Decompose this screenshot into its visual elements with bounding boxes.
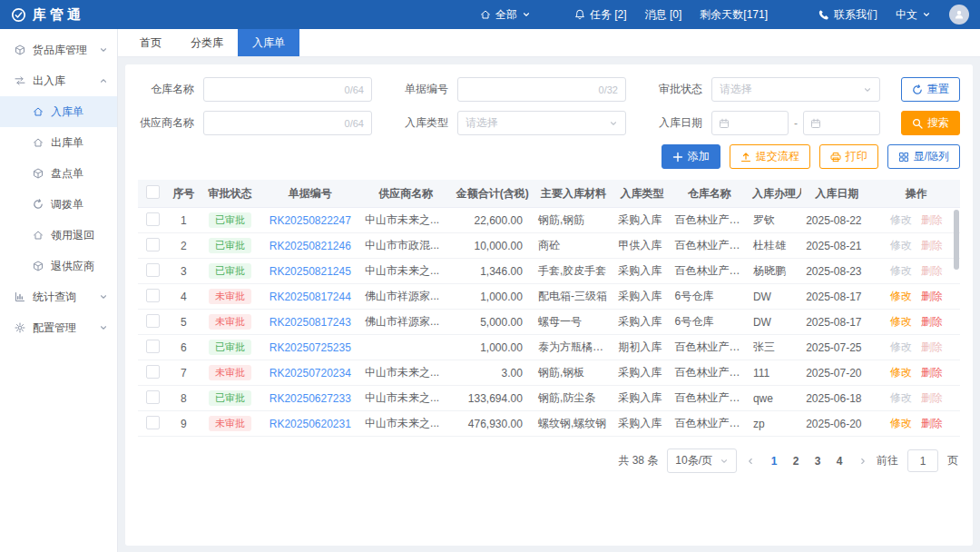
col-header-select — [138, 180, 167, 208]
page-number-4[interactable]: 4 — [829, 455, 849, 468]
cell-doc-number: RK20250720234 — [260, 360, 360, 386]
edit-button[interactable]: 修改 — [890, 417, 912, 429]
page-number-3[interactable]: 3 — [808, 455, 828, 468]
sidebar-item-stocktake-order[interactable]: 盘点单 — [0, 158, 117, 189]
sidebar-item-outbound-order[interactable]: 出库单 — [0, 127, 117, 158]
doc-number-link[interactable]: RK20250620231 — [270, 418, 351, 430]
table-wrap: 序号 审批状态 单据编号 供应商名称 金额合计(含税) 主要入库材料 入库类型 … — [138, 180, 960, 437]
sidebar-item-return-supplier[interactable]: 退供应商 — [0, 251, 117, 281]
delete-button[interactable]: 删除 — [921, 264, 943, 277]
edit-button[interactable]: 修改 — [890, 340, 912, 353]
goto-label: 前往 — [877, 453, 898, 468]
edit-button[interactable]: 修改 — [890, 290, 912, 302]
doc-number-link[interactable]: RK20250817243 — [270, 316, 351, 329]
page-number-2[interactable]: 2 — [786, 455, 806, 468]
print-button[interactable]: 打印 — [819, 144, 878, 169]
delete-button[interactable]: 删除 — [921, 340, 943, 353]
delete-button[interactable]: 删除 — [921, 315, 943, 328]
prev-page-button[interactable] — [746, 457, 755, 466]
inbound-type-select[interactable]: 请选择 — [457, 111, 626, 135]
approval-status-select[interactable]: 请选择 — [711, 77, 880, 102]
doc-number-link[interactable]: RK20250822247 — [270, 214, 351, 227]
doc-number-input[interactable] — [466, 83, 593, 97]
edit-button[interactable]: 修改 — [890, 391, 912, 404]
stocktake-order-icon — [33, 168, 44, 179]
cell-date: 2025-08-21 — [801, 233, 872, 259]
submit-flow-button[interactable]: 提交流程 — [730, 144, 810, 169]
app-logo: 库管通 — [11, 6, 84, 24]
tab-category-library[interactable]: 分类库 — [176, 29, 238, 56]
gear-icon — [15, 322, 25, 333]
delete-button[interactable]: 删除 — [921, 290, 943, 302]
doc-number-link[interactable]: RK20250817244 — [270, 291, 351, 303]
sidebar-item-transfer-order[interactable]: 调拨单 — [0, 189, 117, 220]
start-date-input[interactable] — [711, 111, 789, 135]
scope-selector[interactable]: 全部 — [480, 7, 531, 23]
sidebar-item-goods-library[interactable]: 货品库管理 — [0, 34, 117, 65]
contact-us-link[interactable]: 联系我们 — [818, 7, 877, 23]
doc-number-link[interactable]: RK20250725235 — [270, 341, 351, 354]
table-row: 8已审批RK20250627233中山市未来之...133,694.00钢筋,防… — [138, 386, 960, 411]
doc-number-link[interactable]: RK20250627233 — [270, 392, 351, 405]
delete-button[interactable]: 删除 — [921, 391, 943, 404]
doc-number-link[interactable]: RK20250821245 — [270, 265, 351, 278]
cell-operations: 修改删除 — [873, 233, 961, 259]
language-selector[interactable]: 中文 — [896, 7, 931, 23]
row-checkbox[interactable] — [146, 212, 160, 226]
select-all-checkbox[interactable] — [146, 185, 160, 199]
inbound-date-label: 入库日期 — [646, 115, 711, 131]
edit-button[interactable]: 修改 — [890, 315, 912, 328]
messages-link[interactable]: 消息 [0] — [645, 7, 682, 23]
row-checkbox[interactable] — [146, 365, 160, 379]
sidebar-item-label: 调拨单 — [51, 197, 83, 212]
reset-button[interactable]: 重置 — [901, 77, 960, 102]
col-header-material: 主要入库材料 — [534, 180, 613, 208]
row-checkbox[interactable] — [146, 289, 160, 302]
tab-inbound-order[interactable]: 入库单 — [238, 29, 299, 56]
supplier-name-input[interactable] — [211, 116, 339, 131]
edit-button[interactable]: 修改 — [890, 366, 912, 379]
supplier-name-field: 0/64 — [203, 111, 372, 135]
search-button[interactable]: 搜索 — [901, 111, 960, 135]
edit-button[interactable]: 修改 — [890, 239, 912, 251]
table-scrollbar[interactable] — [954, 210, 959, 270]
next-page-button[interactable] — [858, 457, 867, 466]
sidebar-item-requisition-return[interactable]: 领用退回 — [0, 220, 117, 251]
add-button[interactable]: 添加 — [662, 144, 720, 169]
edit-button[interactable]: 修改 — [890, 213, 912, 226]
cell-handler: 杜桂雄 — [749, 233, 801, 259]
tasks-link[interactable]: 任务 [2] — [574, 7, 627, 23]
page-number-1[interactable]: 1 — [764, 455, 784, 468]
sidebar-item-inbound-order[interactable]: 入库单 — [0, 96, 117, 127]
end-date-input[interactable] — [803, 111, 880, 135]
doc-number-link[interactable]: RK20250720234 — [270, 367, 351, 380]
goto-page-input[interactable] — [907, 449, 938, 472]
chevron-down-icon — [863, 85, 872, 94]
row-checkbox[interactable] — [146, 390, 160, 404]
sidebar-item-config-management[interactable]: 配置管理 — [0, 312, 117, 343]
delete-button[interactable]: 删除 — [921, 213, 943, 226]
delete-button[interactable]: 删除 — [921, 366, 943, 379]
delete-button[interactable]: 删除 — [921, 417, 943, 429]
doc-number-link[interactable]: RK20250821246 — [270, 240, 351, 252]
total-count: 共 38 条 — [618, 453, 658, 468]
user-avatar[interactable] — [949, 5, 969, 25]
delete-button[interactable]: 删除 — [921, 239, 943, 251]
table-row: 6已审批RK202507252351,000.00泰为方瓶橘子...期初入库百色… — [138, 335, 960, 360]
show-hide-columns-button[interactable]: 显/隐列 — [887, 144, 960, 169]
tab-home[interactable]: 首页 — [125, 29, 176, 56]
inbound-date-filter: 入库日期 - — [646, 111, 880, 135]
sidebar-item-in-out-warehouse[interactable]: 出入库 — [0, 65, 117, 96]
warehouse-name-input[interactable] — [211, 83, 339, 97]
edit-button[interactable]: 修改 — [890, 264, 912, 277]
row-checkbox[interactable] — [146, 314, 160, 328]
page-size-select[interactable]: 10条/页 — [667, 448, 737, 473]
cell-index: 7 — [167, 360, 200, 386]
col-header-doc-number: 单据编号 — [260, 180, 360, 208]
row-checkbox[interactable] — [146, 238, 160, 251]
row-checkbox[interactable] — [146, 263, 160, 277]
row-checkbox[interactable] — [146, 416, 160, 429]
sidebar-item-statistics-query[interactable]: 统计查询 — [0, 281, 117, 312]
row-checkbox[interactable] — [146, 340, 160, 353]
printer-icon — [830, 152, 841, 163]
